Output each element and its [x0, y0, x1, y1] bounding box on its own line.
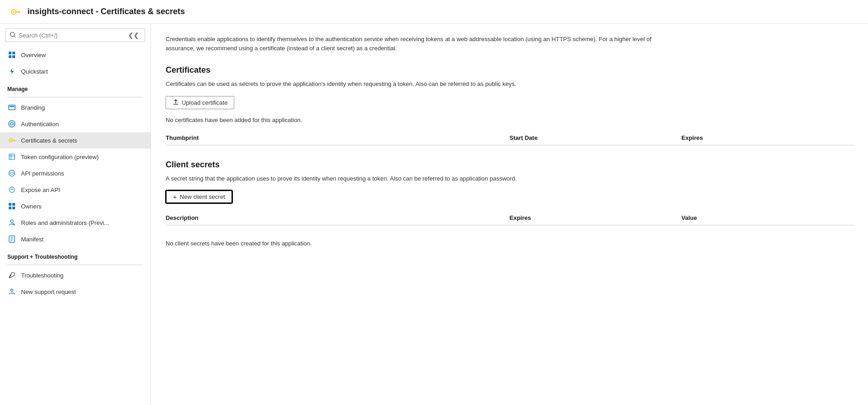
sidebar-item-token-label: Token configuration (preview): [21, 154, 99, 160]
sidebar-item-branding[interactable]: Branding: [0, 99, 151, 116]
sidebar-item-expose-api-label: Expose an API: [21, 187, 60, 193]
certificates-section-title: Certificates: [166, 65, 853, 75]
content-area: Credentials enable applications to ident…: [151, 24, 868, 405]
sidebar-item-authentication-label: Authentication: [21, 121, 59, 128]
grid-icon: [7, 50, 16, 59]
col-value: Value: [681, 214, 853, 221]
sidebar-item-troubleshooting-label: Troubleshooting: [21, 272, 64, 279]
svg-point-5: [11, 32, 15, 36]
upload-certificate-button[interactable]: Upload certificate: [166, 96, 234, 109]
upload-icon: [173, 99, 179, 107]
certificates-desc: Certificates can be used as secrets to p…: [166, 80, 853, 89]
sidebar-item-owners[interactable]: Owners: [0, 198, 151, 214]
secrets-table: Description Expires Value: [166, 211, 853, 225]
branding-icon: [7, 103, 16, 112]
auth-icon: [7, 119, 16, 128]
col-expires-cert: Expires: [681, 134, 853, 141]
support-section-label: Support + Troubleshooting: [0, 247, 151, 263]
sidebar-item-expose-api[interactable]: Expose an API: [0, 181, 151, 198]
search-box[interactable]: ❮❮: [5, 28, 145, 42]
svg-point-1: [13, 11, 15, 13]
owners-icon: [7, 202, 16, 211]
svg-rect-8: [12, 52, 15, 54]
svg-line-6: [14, 36, 16, 37]
sidebar-item-support[interactable]: New support request: [0, 283, 151, 300]
certificates-table: Thumbprint Start Date Expires: [166, 131, 853, 145]
svg-rect-20: [9, 154, 15, 160]
client-secrets-desc: A secret string that the application use…: [166, 174, 853, 183]
no-certificates-text: No certificates have been added for this…: [166, 117, 853, 123]
sidebar-item-manifest[interactable]: Manifest: [0, 231, 151, 247]
upload-certificate-label: Upload certificate: [182, 99, 227, 106]
search-icon: [10, 32, 16, 39]
manage-divider: [7, 97, 143, 97]
key-icon: [7, 136, 16, 145]
svg-point-36: [11, 289, 13, 292]
no-secrets-text: No client secrets have been created for …: [166, 240, 853, 247]
secrets-table-header: Description Expires Value: [166, 211, 853, 225]
col-expires-secret: Expires: [510, 214, 682, 221]
wrench-icon: [7, 271, 16, 280]
sidebar-item-overview-label: Overview: [21, 52, 46, 59]
new-client-secret-label: New client secret: [180, 193, 225, 200]
sidebar-item-authentication[interactable]: Authentication: [0, 116, 151, 132]
col-thumbprint: Thumbprint: [166, 134, 510, 141]
plus-icon: +: [173, 193, 177, 200]
col-start-date: Start Date: [510, 134, 682, 141]
sidebar-item-branding-label: Branding: [21, 104, 45, 111]
sidebar-item-token[interactable]: Token configuration (preview): [0, 149, 151, 165]
roles-icon: [7, 218, 16, 227]
sidebar-item-overview[interactable]: Overview: [0, 47, 151, 63]
sidebar-item-roles[interactable]: Roles and administrators (Previ...: [0, 214, 151, 231]
svg-marker-11: [10, 68, 14, 75]
sidebar-item-manifest-label: Manifest: [21, 236, 43, 243]
collapse-sidebar-button[interactable]: ❮❮: [126, 31, 141, 40]
sidebar-item-certificates[interactable]: Certificates & secrets: [0, 132, 151, 149]
new-client-secret-button[interactable]: + New client secret: [166, 190, 232, 203]
sidebar-item-owners-label: Owners: [21, 203, 42, 210]
header-key-icon: [9, 5, 22, 18]
sidebar-item-roles-label: Roles and administrators (Previ...: [21, 219, 109, 226]
sidebar-item-certificates-label: Certificates & secrets: [21, 137, 77, 144]
header: insights-connect - Certificates & secret…: [0, 0, 868, 24]
support-icon: [7, 287, 16, 296]
expose-icon: [7, 185, 16, 194]
support-divider: [7, 265, 143, 265]
manage-section-label: Manage: [0, 80, 151, 95]
svg-rect-26: [12, 203, 15, 206]
client-secrets-section-title: Client secrets: [166, 160, 853, 170]
api-icon: [7, 169, 16, 178]
svg-rect-7: [9, 52, 11, 54]
svg-rect-10: [12, 55, 15, 58]
col-description: Description: [166, 214, 510, 221]
certificates-table-header: Thumbprint Start Date Expires: [166, 131, 853, 145]
svg-rect-30: [13, 223, 15, 225]
svg-rect-12: [9, 105, 15, 110]
lightning-icon: [7, 67, 16, 76]
main-layout: ❮❮ Overview Quickstart: [0, 24, 868, 405]
svg-point-29: [11, 220, 13, 223]
svg-rect-9: [9, 55, 11, 58]
sidebar-item-api-permissions[interactable]: API permissions: [0, 165, 151, 181]
sidebar-item-support-label: New support request: [21, 288, 76, 295]
sidebar-item-api-permissions-label: API permissions: [21, 170, 64, 177]
token-icon: [7, 152, 16, 161]
intro-text: Credentials enable applications to ident…: [166, 35, 669, 53]
svg-rect-13: [10, 106, 14, 107]
svg-point-16: [11, 140, 12, 141]
manifest-icon: [7, 234, 16, 244]
search-input[interactable]: [19, 32, 126, 39]
sidebar-item-quickstart-label: Quickstart: [21, 68, 48, 75]
sidebar-item-quickstart[interactable]: Quickstart: [0, 63, 151, 80]
sidebar-item-troubleshooting[interactable]: Troubleshooting: [0, 267, 151, 283]
svg-rect-27: [9, 207, 11, 209]
sidebar: ❮❮ Overview Quickstart: [0, 24, 151, 405]
svg-point-24: [9, 187, 15, 192]
page-title: insights-connect - Certificates & secret…: [27, 7, 185, 16]
svg-point-14: [9, 121, 15, 127]
svg-rect-25: [9, 203, 11, 206]
svg-rect-28: [12, 207, 15, 209]
